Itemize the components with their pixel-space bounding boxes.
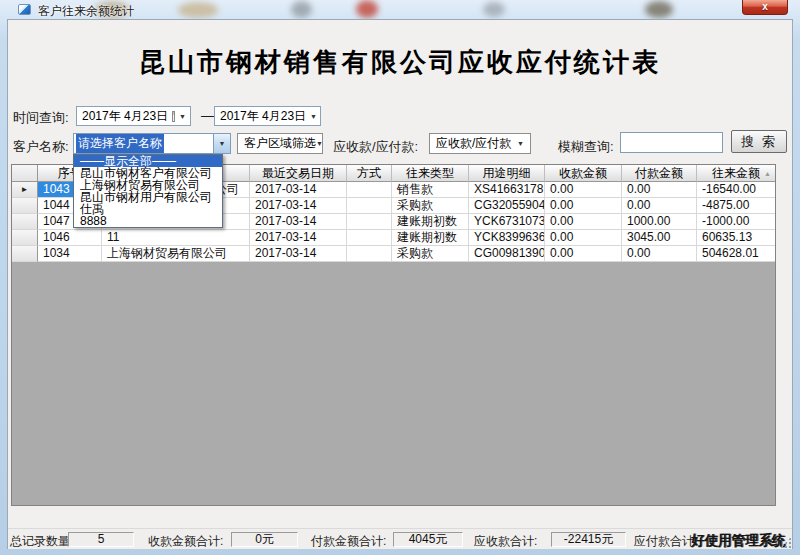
search-button[interactable]: 搜 索 [731, 130, 787, 153]
cell-date[interactable]: 2017-03-14 [250, 182, 347, 198]
date-from-picker[interactable]: 2017年 4月23日 ▼ [76, 106, 191, 126]
selector-header-cell [12, 165, 38, 182]
cell-type[interactable]: 销售款 [392, 182, 469, 198]
cell-method[interactable] [347, 246, 392, 262]
customer-dropdown-list: ——显示全部—— 昆山市钢材客户有限公司 上海钢材贸易有限公司 昆山市钢材用户有… [73, 154, 223, 228]
row-selector-cell[interactable] [12, 246, 38, 262]
cell-balance[interactable]: 60635.13 [697, 230, 775, 246]
date-from-value: 2017年 4月23日 [82, 108, 168, 125]
calendar-icon [172, 111, 175, 122]
date-to-picker[interactable]: 2017年 4月23日 ▼ [214, 106, 321, 126]
cell-balance[interactable]: -1000.00 [697, 214, 775, 230]
received-total-value: 0元 [231, 532, 298, 547]
dropdown-item[interactable]: 8888 [74, 215, 222, 227]
status-bar: 总记录数量: 5 收款金额合计: 0元 付款金额合计: 4045元 应收款合计:… [8, 528, 792, 549]
titlebar: 客户往来余额统计 x [0, 0, 800, 19]
region-filter-label: 客户区域筛选 [244, 135, 316, 152]
cell-seq[interactable]: 1034 [38, 246, 102, 262]
paid-total-value: 4045元 [393, 532, 463, 547]
dropdown-item[interactable]: 昆山市钢材用户有限公司 [74, 191, 222, 203]
cell-method[interactable] [347, 198, 392, 214]
dropdown-item-show-all[interactable]: ——显示全部—— [74, 155, 222, 167]
column-header-date[interactable]: 最近交易日期 [250, 165, 347, 182]
column-header-paid[interactable]: 付款金额 [622, 165, 697, 182]
cell-customer[interactable]: 上海钢材贸易有限公司 [102, 246, 250, 262]
cell-method[interactable] [347, 182, 392, 198]
record-count-label: 总记录数量: [10, 533, 73, 550]
receivable-total-label: 应收款合计: [474, 533, 537, 550]
app-window: 客户往来余额统计 x 昆山市钢材销售有限公司应收应付统计表 时间查询: 2017… [0, 0, 800, 555]
customer-select[interactable]: 请选择客户名称 ▼ [73, 133, 231, 154]
cell-received[interactable]: 0.00 [545, 198, 622, 214]
type-filter-value: 应收款/应付款 [436, 135, 511, 152]
table-row: 1046 11 2017-03-14 建账期初数 YCK8399636 0.00… [12, 230, 775, 246]
received-total-label: 收款金额合计: [148, 533, 223, 550]
cell-date[interactable]: 2017-03-14 [250, 230, 347, 246]
chevron-down-icon: ▼ [219, 140, 226, 147]
dropdown-item[interactable]: 上海钢材贸易有限公司 [74, 179, 222, 191]
row-selector-cell[interactable]: ► [12, 182, 38, 198]
window-title: 客户往来余额统计 [38, 3, 134, 19]
software-watermark: 好使用管理系统 [691, 532, 786, 550]
cell-paid[interactable]: 0.00 [622, 246, 697, 262]
dropdown-item[interactable]: 仕禹 [74, 203, 222, 215]
column-header-method[interactable]: 方式 [347, 165, 392, 182]
cell-detail[interactable]: YCK8399636 [469, 230, 545, 246]
close-button[interactable]: x [742, 0, 788, 15]
customer-select-value: 请选择客户名称 [76, 134, 164, 153]
time-query-label: 时间查询: [13, 109, 69, 127]
column-header-received[interactable]: 收款金额 [545, 165, 622, 182]
chevron-down-icon: ▼ [316, 140, 323, 147]
column-header-type[interactable]: 往来类型 [392, 165, 469, 182]
cell-paid[interactable]: 0.00 [622, 182, 697, 198]
cell-detail[interactable]: XS41663178 [469, 182, 545, 198]
app-icon [18, 4, 31, 15]
cell-date[interactable]: 2017-03-14 [250, 246, 347, 262]
table-row: 1034 上海钢材贸易有限公司 2017-03-14 采购款 CG0098139… [12, 246, 775, 262]
date-to-value: 2017年 4月23日 [220, 108, 306, 125]
cell-balance[interactable]: 504628.01 [697, 246, 775, 262]
cell-type[interactable]: 建账期初数 [392, 214, 469, 230]
row-selector-cell[interactable] [12, 214, 38, 230]
customer-name-label: 客户名称: [13, 138, 69, 156]
cell-received[interactable]: 0.00 [545, 214, 622, 230]
cell-detail[interactable]: CG00981390 [469, 246, 545, 262]
close-icon: x [762, 1, 768, 12]
cell-balance[interactable]: -16540.00 [697, 182, 775, 198]
chevron-down-icon: ▼ [517, 140, 524, 147]
cell-seq[interactable]: 1046 [38, 230, 102, 246]
cell-date[interactable]: 2017-03-14 [250, 198, 347, 214]
type-filter-label: 应收款/应付款: [333, 138, 418, 156]
record-count-value: 5 [68, 532, 134, 547]
chevron-down-icon: ▼ [310, 113, 317, 120]
cell-received[interactable]: 0.00 [545, 182, 622, 198]
column-header-detail[interactable]: 用途明细 [469, 165, 545, 182]
cell-paid[interactable]: 0.00 [622, 198, 697, 214]
titlebar-glass-blob [645, 1, 673, 18]
receivable-total-value: -22415元 [551, 532, 626, 547]
customer-select-dropdown-button[interactable]: ▼ [213, 134, 230, 153]
page-title: 昆山市钢材销售有限公司应收应付统计表 [8, 45, 792, 80]
column-header-balance[interactable]: 往来金额 ▲ [697, 165, 775, 182]
cell-type[interactable]: 采购款 [392, 246, 469, 262]
cell-detail[interactable]: CG32055904 [469, 198, 545, 214]
cell-balance[interactable]: -4875.00 [697, 198, 775, 214]
form-body: 昆山市钢材销售有限公司应收应付统计表 时间查询: 2017年 4月23日 ▼ —… [7, 19, 793, 549]
cell-method[interactable] [347, 230, 392, 246]
region-filter-select[interactable]: 客户区域筛选 ▼ [237, 133, 323, 154]
cell-type[interactable]: 采购款 [392, 198, 469, 214]
fuzzy-query-input[interactable] [620, 132, 723, 153]
dropdown-item[interactable]: 昆山市钢材客户有限公司 [74, 167, 222, 179]
cell-detail[interactable]: YCK6731073 [469, 214, 545, 230]
cell-type[interactable]: 建账期初数 [392, 230, 469, 246]
cell-method[interactable] [347, 214, 392, 230]
row-selector-cell[interactable] [12, 230, 38, 246]
type-filter-select[interactable]: 应收款/应付款 ▼ [429, 133, 531, 154]
cell-received[interactable]: 0.00 [545, 230, 622, 246]
row-selector-cell[interactable] [12, 198, 38, 214]
cell-customer[interactable]: 11 [102, 230, 250, 246]
cell-received[interactable]: 0.00 [545, 246, 622, 262]
cell-paid[interactable]: 1000.00 [622, 214, 697, 230]
cell-paid[interactable]: 3045.00 [622, 230, 697, 246]
cell-date[interactable]: 2017-03-14 [250, 214, 347, 230]
